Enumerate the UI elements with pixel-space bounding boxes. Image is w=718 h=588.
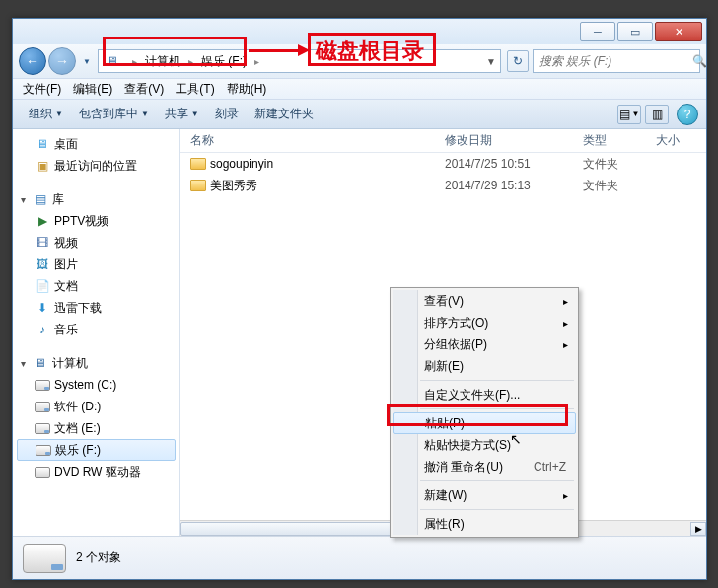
new-folder-button[interactable]: 新建文件夹 [247, 106, 322, 122]
nav-drive-d[interactable]: 软件 (D:) [13, 396, 180, 417]
search-input[interactable] [539, 54, 688, 68]
ctx-sort[interactable]: 排序方式(O)▸ [393, 312, 576, 333]
chevron-down-icon: ▼ [191, 110, 199, 118]
chevron-right-icon: ▸ [130, 56, 139, 67]
submenu-arrow-icon: ▸ [563, 296, 568, 307]
ctx-paste[interactable]: 粘贴(P) [393, 412, 576, 434]
download-icon: ⬇ [35, 300, 50, 316]
ctx-view[interactable]: 查看(V)▸ [393, 290, 576, 312]
view-mode-button[interactable]: ▤▼ [617, 105, 641, 124]
drive-icon [35, 380, 50, 391]
search-icon: 🔍 [692, 54, 707, 68]
details-pane: 2 个对象 [13, 536, 706, 579]
nav-music[interactable]: ♪音乐 [13, 319, 180, 340]
file-name: 美图秀秀 [210, 178, 257, 194]
submenu-arrow-icon: ▸ [563, 490, 568, 501]
desktop-icon: 🖥 [35, 136, 50, 152]
chevron-down-icon: ▼ [55, 110, 63, 118]
col-name[interactable]: 名称 [180, 132, 435, 149]
nav-libraries[interactable]: ▾▤库 [13, 188, 180, 210]
file-name: sogoupinyin [210, 157, 273, 171]
submenu-arrow-icon: ▸ [563, 339, 568, 350]
command-bar: 组织▼ 包含到库中▼ 共享▼ 刻录 新建文件夹 ▤▼ ▥ ? [13, 100, 706, 129]
nav-pptv[interactable]: ▶PPTV视频 [13, 210, 180, 232]
drive-icon [35, 402, 50, 412]
include-in-library-button[interactable]: 包含到库中▼ [71, 106, 157, 122]
burn-button[interactable]: 刻录 [207, 106, 247, 122]
menu-edit[interactable]: 编辑(E) [67, 81, 118, 98]
col-size[interactable]: 大小 [646, 132, 706, 149]
nav-drive-c[interactable]: System (C:) [13, 374, 180, 396]
file-date: 2014/7/29 15:13 [435, 179, 573, 192]
picture-icon: 🖼 [35, 257, 50, 272]
nav-dvd[interactable]: DVD RW 驱动器 [13, 461, 180, 482]
explorer-window: ─ ▭ ✕ ← → ▼ 🖥 ▸ 计算机 ▸ 娱乐 (F:) ▸ ▼ ↻ 🔍 文件… [12, 18, 707, 580]
ctx-refresh[interactable]: 刷新(E) [393, 355, 576, 377]
menu-tools[interactable]: 工具(T) [170, 81, 220, 98]
nav-pictures[interactable]: 🖼图片 [13, 254, 180, 275]
scroll-right-button[interactable]: ▶ [690, 522, 706, 536]
col-date[interactable]: 修改日期 [435, 132, 573, 149]
nav-documents[interactable]: 📄文档 [13, 275, 180, 297]
menu-file[interactable]: 文件(F) [17, 81, 67, 98]
col-type[interactable]: 类型 [573, 132, 646, 149]
ctx-properties[interactable]: 属性(R) [393, 513, 576, 535]
nav-xunlei[interactable]: ⬇迅雷下载 [13, 297, 180, 319]
ctx-group[interactable]: 分组依据(P)▸ [393, 333, 576, 355]
file-date: 2014/7/25 10:51 [435, 157, 573, 171]
organize-button[interactable]: 组织▼ [21, 106, 71, 122]
list-item[interactable]: sogoupinyin 2014/7/25 10:51 文件夹 [180, 153, 706, 175]
nav-drive-f[interactable]: 娱乐 (F:) [17, 439, 176, 461]
ctx-undo[interactable]: 撤消 重命名(U)Ctrl+Z [393, 456, 576, 478]
navigation-pane: 🖥桌面 ▣最近访问的位置 ▾▤库 ▶PPTV视频 🎞视频 🖼图片 📄文档 ⬇迅雷… [13, 129, 180, 536]
chevron-right-icon: ▸ [252, 56, 261, 67]
context-menu: 查看(V)▸ 排序方式(O)▸ 分组依据(P)▸ 刷新(E) 自定义文件夹(F)… [390, 287, 579, 538]
address-bar[interactable]: 🖥 ▸ 计算机 ▸ 娱乐 (F:) ▸ ▼ [98, 49, 501, 73]
drive-large-icon [23, 544, 66, 573]
maximize-button[interactable]: ▭ [617, 22, 653, 41]
share-with-button[interactable]: 共享▼ [157, 106, 207, 122]
chevron-down-icon: ▼ [141, 110, 149, 118]
nav-drive-e[interactable]: 文档 (E:) [13, 417, 180, 439]
library-icon: ▤ [33, 191, 48, 207]
nav-bar: ← → ▼ 🖥 ▸ 计算机 ▸ 娱乐 (F:) ▸ ▼ ↻ 🔍 [13, 44, 706, 78]
minimize-button[interactable]: ─ [580, 22, 615, 41]
nav-videos[interactable]: 🎞视频 [13, 232, 180, 254]
recent-icon: ▣ [35, 158, 50, 174]
expand-icon: ▾ [21, 194, 33, 205]
back-button[interactable]: ← [19, 47, 46, 75]
crumb-pc-icon: 🖥 [99, 50, 130, 72]
film-icon: 🎞 [35, 235, 50, 251]
content-area: 🖥桌面 ▣最近访问的位置 ▾▤库 ▶PPTV视频 🎞视频 🖼图片 📄文档 ⬇迅雷… [13, 129, 706, 536]
drive-icon [36, 445, 51, 456]
menu-bar: 文件(F) 编辑(E) 查看(V) 工具(T) 帮助(H) [13, 78, 706, 100]
ctx-new[interactable]: 新建(W)▸ [393, 484, 576, 506]
search-box[interactable]: 🔍 [533, 49, 700, 73]
music-icon: ♪ [35, 322, 50, 337]
close-button[interactable]: ✕ [655, 22, 702, 41]
expand-icon: ▾ [21, 358, 33, 369]
help-button[interactable]: ? [677, 104, 698, 125]
preview-pane-button[interactable]: ▥ [645, 105, 669, 124]
ctx-paste-shortcut[interactable]: 粘贴快捷方式(S) [393, 434, 576, 456]
refresh-button[interactable]: ↻ [507, 50, 529, 72]
address-dropdown-icon[interactable]: ▼ [486, 56, 496, 67]
ctx-customize[interactable]: 自定义文件夹(F)... [393, 384, 576, 405]
title-bar: ─ ▭ ✕ [13, 19, 706, 44]
crumb-drive[interactable]: 娱乐 (F:) [195, 50, 252, 72]
nav-history-dropdown[interactable]: ▼ [80, 54, 94, 68]
forward-button[interactable]: → [48, 47, 76, 75]
crumb-computer[interactable]: 计算机 [139, 50, 186, 72]
video-icon: ▶ [35, 213, 50, 229]
menu-view[interactable]: 查看(V) [118, 81, 170, 98]
submenu-arrow-icon: ▸ [563, 318, 568, 329]
list-item[interactable]: 美图秀秀 2014/7/29 15:13 文件夹 [180, 175, 706, 196]
column-headers: 名称 修改日期 类型 大小 [180, 129, 706, 153]
nav-computer[interactable]: ▾🖥计算机 [13, 352, 180, 374]
menu-help[interactable]: 帮助(H) [221, 81, 273, 98]
folder-icon [190, 158, 206, 170]
computer-icon: 🖥 [33, 355, 48, 371]
nav-desktop[interactable]: 🖥桌面 [13, 133, 180, 155]
object-count: 2 个对象 [76, 550, 121, 566]
nav-recent[interactable]: ▣最近访问的位置 [13, 155, 180, 177]
